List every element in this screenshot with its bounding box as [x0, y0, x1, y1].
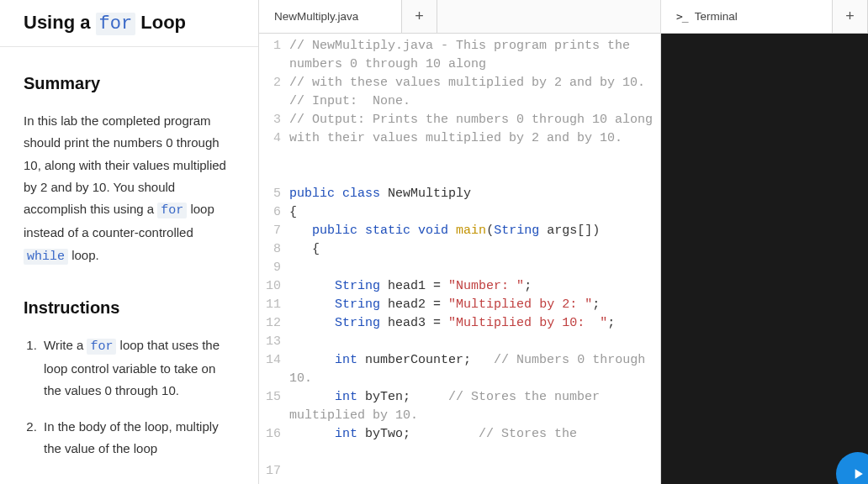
- editor-tab-bar: NewMultiply.java +: [259, 0, 660, 34]
- terminal-tab-label: Terminal: [695, 10, 738, 23]
- code-content[interactable]: // NewMultiply.java - This program print…: [288, 34, 660, 484]
- instructions-body[interactable]: Summary In this lab the completed progra…: [0, 47, 258, 484]
- summary-text-part: loop.: [68, 248, 99, 262]
- code-line[interactable]: String head2 = "Multiplied by 2: ";: [289, 296, 655, 314]
- line-number: 13: [259, 333, 281, 351]
- terminal-tab[interactable]: >_ Terminal: [661, 0, 833, 33]
- line-number: 14: [259, 351, 281, 370]
- editor-tab[interactable]: NewMultiply.java: [259, 0, 402, 33]
- plus-icon: +: [845, 8, 855, 25]
- summary-text-part: In this lab the completed program should…: [24, 113, 226, 216]
- title-prefix: Using a: [24, 12, 96, 33]
- play-icon: [849, 466, 866, 482]
- code-line[interactable]: int byTen; // Stores the number multipli…: [289, 388, 655, 425]
- code-line[interactable]: // with these values multiplied by 2 and…: [289, 74, 655, 92]
- terminal-add-tab-button[interactable]: +: [833, 0, 868, 33]
- line-number: 15: [259, 388, 281, 407]
- line-number: 8: [259, 240, 281, 259]
- code-line[interactable]: // Output: Prints the numbers 0 through …: [289, 111, 655, 148]
- line-number: 10: [259, 277, 281, 296]
- instruction-item: In the body of the loop, multiply the va…: [40, 416, 235, 460]
- code-line[interactable]: public class NewMultiply: [289, 185, 655, 203]
- title-code: for: [96, 13, 136, 35]
- line-number: 2: [259, 74, 281, 92]
- code-line[interactable]: int byTwo; // Stores the: [289, 425, 655, 444]
- summary-code-for: for: [157, 203, 187, 218]
- line-number: 5: [259, 185, 281, 203]
- summary-heading: Summary: [24, 69, 235, 98]
- terminal-panel: >_ Terminal +: [661, 0, 868, 484]
- instruction-item: Write a for loop that uses the loop cont…: [40, 334, 235, 402]
- lesson-title-bar: Using a for Loop: [0, 0, 258, 47]
- instruction-text: In the body of the loop, multiply the va…: [44, 419, 219, 455]
- code-editor[interactable]: 1234567891011121314151617 // NewMultiply…: [259, 34, 660, 484]
- code-line[interactable]: [289, 259, 655, 277]
- summary-code-while: while: [24, 249, 68, 265]
- editor-panel: NewMultiply.java + 123456789101112131415…: [259, 0, 661, 484]
- line-number: 11: [259, 296, 281, 314]
- lesson-title: Using a for Loop: [24, 12, 238, 34]
- code-line[interactable]: // NewMultiply.java - This program print…: [289, 37, 655, 74]
- title-suffix: Loop: [135, 12, 186, 33]
- summary-text: In this lab the completed program should…: [24, 110, 235, 268]
- line-number: 1: [259, 37, 281, 55]
- line-number: 3: [259, 111, 281, 129]
- line-number-gutter: 1234567891011121314151617: [259, 34, 288, 484]
- editor-tab-label: NewMultiply.java: [274, 10, 358, 23]
- code-line[interactable]: public static void main(String args[]): [289, 222, 655, 240]
- code-line[interactable]: int numberCounter; // Numbers 0 through …: [289, 351, 655, 388]
- instruction-text: Write a: [44, 338, 87, 352]
- instruction-code-for: for: [87, 339, 116, 355]
- line-number: 7: [259, 222, 281, 240]
- line-number: 12: [259, 314, 281, 333]
- code-line[interactable]: // Input: None.: [289, 92, 655, 111]
- line-number: 17: [259, 462, 281, 481]
- line-number: 9: [259, 259, 281, 277]
- terminal-tab-bar: >_ Terminal +: [661, 0, 868, 34]
- code-line[interactable]: String head3 = "Multiplied by 10: ";: [289, 314, 655, 333]
- terminal-icon: >_: [676, 10, 688, 23]
- terminal-body[interactable]: [661, 34, 868, 484]
- code-line[interactable]: [289, 166, 655, 185]
- instructions-list: Write a for loop that uses the loop cont…: [24, 334, 235, 460]
- code-line[interactable]: String head1 = "Number: ";: [289, 277, 655, 296]
- instructions-heading: Instructions: [24, 293, 235, 323]
- plus-icon: +: [415, 8, 424, 25]
- line-number: 4: [259, 129, 281, 148]
- editor-add-tab-button[interactable]: +: [402, 0, 437, 33]
- line-number: 6: [259, 203, 281, 222]
- code-line[interactable]: {: [289, 240, 655, 259]
- code-line[interactable]: [289, 148, 655, 166]
- run-button[interactable]: [836, 452, 868, 484]
- instructions-panel: Using a for Loop Summary In this lab the…: [0, 0, 259, 484]
- line-number: 16: [259, 425, 281, 444]
- code-line[interactable]: {: [289, 203, 655, 222]
